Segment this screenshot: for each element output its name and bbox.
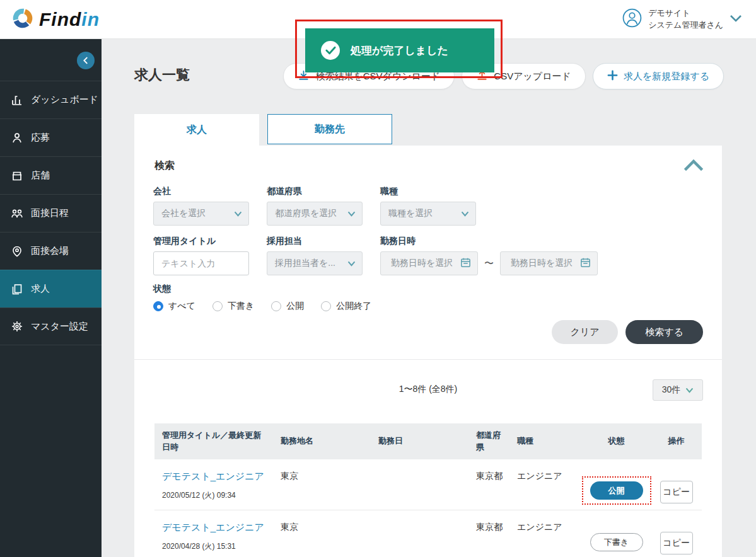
per-page-select[interactable]: 30件 bbox=[653, 379, 703, 401]
search-actions: クリア 検索する bbox=[552, 320, 703, 344]
radio-draft[interactable]: 下書き bbox=[212, 301, 254, 312]
cell-operation: コピー bbox=[648, 471, 702, 503]
new-job-label: 求人を新規登録する bbox=[624, 71, 709, 83]
radio-all-label: すべて bbox=[168, 301, 195, 312]
bar-chart-icon bbox=[11, 94, 23, 106]
clear-button[interactable]: クリア bbox=[552, 320, 618, 344]
header-work-day: 勤務日 bbox=[371, 430, 468, 452]
pinwheel-logo-icon bbox=[11, 7, 34, 32]
table-header-row: 管理用タイトル／最終更新日時 勤務地名 勤務日 都道府県 職種 状態 操作 bbox=[154, 423, 702, 459]
new-job-button[interactable]: 求人を新規登録する bbox=[593, 63, 724, 89]
admin-title-input[interactable] bbox=[153, 251, 249, 275]
store-icon bbox=[11, 169, 23, 182]
tab-jobs[interactable]: 求人 bbox=[134, 114, 259, 146]
radio-button-icon bbox=[212, 301, 223, 311]
work-datetime-to-input[interactable]: 勤務日時を選択 bbox=[500, 251, 598, 275]
search-section-title: 検索 bbox=[154, 159, 175, 173]
prefecture-select-value: 都道府県を選択 bbox=[275, 208, 337, 219]
header-prefecture: 都道府県 bbox=[468, 425, 509, 459]
calendar-icon bbox=[579, 256, 591, 270]
copy-button[interactable]: コピー bbox=[660, 481, 693, 503]
divider bbox=[134, 359, 722, 360]
result-count: 1〜8件 (全8件) bbox=[134, 384, 722, 395]
work-datetime-label: 勤務日時 bbox=[380, 236, 708, 247]
collapse-search-icon[interactable] bbox=[683, 157, 704, 175]
field-admin-title: 管理用タイトル bbox=[153, 236, 249, 275]
sidebar-item-label: マスター設定 bbox=[31, 321, 88, 333]
radio-button-icon bbox=[321, 301, 331, 311]
field-status: 状態 すべて 下書き 公開 公開終了 bbox=[153, 284, 371, 312]
plus-icon bbox=[607, 70, 618, 83]
cell-title: デモテスト_エンジニア 2020/04/28 (火) 15:31 bbox=[154, 522, 273, 552]
radio-published-label: 公開 bbox=[286, 301, 304, 312]
toast-message: 処理が完了しました bbox=[351, 43, 448, 58]
jobs-table: 管理用タイトル／最終更新日時 勤務地名 勤務日 都道府県 職種 状態 操作 デモ… bbox=[154, 423, 702, 557]
recruiter-select-value: 採用担当者を... bbox=[275, 258, 335, 269]
sidebar-item-label: 面接日程 bbox=[31, 207, 69, 219]
work-datetime-from-value: 勤務日時を選択 bbox=[391, 258, 453, 269]
company-select-value: 会社を選択 bbox=[161, 208, 206, 219]
field-company: 会社 会社を選択 bbox=[153, 186, 249, 226]
search-button[interactable]: 検索する bbox=[625, 320, 703, 344]
per-page-value: 30件 bbox=[662, 384, 681, 396]
work-datetime-from-input[interactable]: 勤務日時を選択 bbox=[380, 251, 478, 275]
copy-button[interactable]: コピー bbox=[660, 532, 693, 554]
sidebar-collapse-button[interactable] bbox=[77, 52, 95, 69]
job-type-select-value: 職種を選択 bbox=[388, 208, 433, 219]
sidebar-item-label: 応募 bbox=[31, 132, 50, 144]
header-admin-title: 管理用タイトル／最終更新日時 bbox=[154, 425, 273, 459]
sidebar-item-label: 求人 bbox=[31, 283, 50, 295]
job-title-link[interactable]: デモテスト_エンジニア bbox=[162, 522, 264, 534]
company-label: 会社 bbox=[153, 186, 249, 197]
document-icon bbox=[11, 283, 23, 296]
user-name: デモサイト システム管理者さん bbox=[648, 8, 723, 32]
status-badge-draft[interactable]: 下書き bbox=[590, 533, 643, 551]
cell-prefecture: 東京都 bbox=[468, 522, 509, 533]
recruiter-label: 採用担当 bbox=[267, 236, 363, 247]
highlight-annotation-toast: 処理が完了しました bbox=[295, 20, 503, 78]
app-logo[interactable]: Findin bbox=[11, 7, 100, 32]
cell-job-type: エンジニア bbox=[509, 522, 582, 533]
radio-published[interactable]: 公開 bbox=[271, 301, 304, 312]
header-operation: 操作 bbox=[648, 430, 702, 452]
sidebar-item-label: ダッシュボード bbox=[31, 94, 98, 106]
radio-all[interactable]: すべて bbox=[153, 301, 195, 312]
field-recruiter: 採用担当 採用担当者を... bbox=[267, 236, 363, 275]
sidebar-item-applications[interactable]: 応募 bbox=[0, 118, 102, 156]
sidebar-item-master-settings[interactable]: マスター設定 bbox=[0, 307, 102, 345]
status-badge-published[interactable]: 公開 bbox=[590, 481, 643, 500]
sidebar: ダッシュボード 応募 店舗 bbox=[0, 39, 102, 557]
sidebar-item-dashboard[interactable]: ダッシュボード bbox=[0, 81, 102, 118]
table-row: デモテスト_エンジニア 2020/04/28 (火) 15:31 東京 東京都 … bbox=[154, 510, 702, 557]
prefecture-select[interactable]: 都道府県を選択 bbox=[267, 202, 363, 226]
cell-operation: コピー bbox=[648, 522, 702, 554]
tab-workplace[interactable]: 勤務先 bbox=[267, 114, 392, 144]
sidebar-item-interview-schedule[interactable]: 面接日程 bbox=[0, 194, 102, 232]
tabs: 求人 勤務先 bbox=[134, 114, 392, 146]
radio-ended[interactable]: 公開終了 bbox=[321, 301, 371, 312]
header-location: 勤務地名 bbox=[273, 430, 371, 452]
user-name-line2: システム管理者さん bbox=[648, 20, 723, 32]
prefecture-label: 都道府県 bbox=[267, 186, 363, 197]
cell-status: 下書き bbox=[582, 522, 648, 551]
chevron-down-icon bbox=[730, 14, 742, 25]
sidebar-item-label: 面接会場 bbox=[31, 245, 69, 257]
radio-ended-label: 公開終了 bbox=[336, 301, 371, 312]
sidebar-item-stores[interactable]: 店舗 bbox=[0, 156, 102, 194]
radio-draft-label: 下書き bbox=[228, 301, 254, 312]
job-type-select[interactable]: 職種を選択 bbox=[380, 202, 476, 226]
search-panel: 検索 会社 会社を選択 都道府県 都道府県を選択 職種 職種を選択 bbox=[134, 146, 722, 557]
sidebar-item-jobs[interactable]: 求人 bbox=[0, 270, 102, 307]
sidebar-nav: ダッシュボード 応募 店舗 bbox=[0, 81, 102, 345]
sidebar-item-interview-venue[interactable]: 面接会場 bbox=[0, 232, 102, 270]
cell-location: 東京 bbox=[273, 471, 371, 482]
cell-job-type: エンジニア bbox=[509, 471, 582, 482]
company-select[interactable]: 会社を選択 bbox=[153, 202, 249, 226]
recruiter-select[interactable]: 採用担当者を... bbox=[267, 251, 363, 275]
user-menu[interactable]: デモサイト システム管理者さん bbox=[622, 8, 742, 32]
job-title-link[interactable]: デモテスト_エンジニア bbox=[162, 471, 264, 483]
field-work-datetime: 勤務日時 勤務日時を選択 〜 勤務日時を選択 bbox=[380, 236, 708, 275]
user-avatar-icon bbox=[622, 8, 642, 30]
job-type-label: 職種 bbox=[380, 186, 476, 197]
highlight-annotation-status: 公開 bbox=[582, 476, 651, 505]
